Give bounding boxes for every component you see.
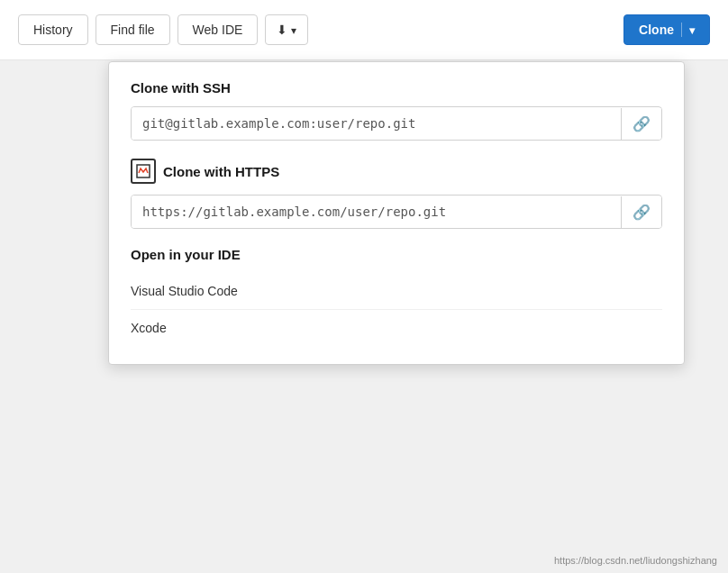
https-logo-box xyxy=(131,159,156,184)
https-copy-button[interactable]: 🔗 xyxy=(621,196,661,228)
https-input-row: 🔗 xyxy=(131,195,662,229)
clone-chevron-icon xyxy=(689,23,695,37)
web-ide-button[interactable]: Web IDE xyxy=(177,14,259,45)
https-section-header: Clone with HTTPS xyxy=(131,159,662,184)
download-button[interactable] xyxy=(265,14,308,45)
ssh-section-title: Clone with SSH xyxy=(131,80,662,96)
copy-https-icon: 🔗 xyxy=(632,204,651,221)
chevron-down-icon xyxy=(291,23,296,37)
ssh-input-row: 🔗 xyxy=(131,106,662,141)
clone-btn-divider xyxy=(681,23,682,37)
toolbar: History Find file Web IDE Clone xyxy=(0,0,728,60)
ide-section-title: Open in your IDE xyxy=(131,247,662,262)
https-section-title: Clone with HTTPS xyxy=(163,164,279,179)
watermark: https://blog.csdn.net/liudongshizhang xyxy=(554,555,717,566)
copy-ssh-icon: 🔗 xyxy=(632,115,651,132)
download-icon xyxy=(277,23,287,37)
open-ide-section: Open in your IDE Visual Studio Code Xcod… xyxy=(131,247,662,346)
clone-dropdown-panel: Clone with SSH 🔗 Clone with HTTPS 🔗 Open… xyxy=(108,61,685,365)
https-url-input[interactable] xyxy=(132,196,621,228)
find-file-button[interactable]: Find file xyxy=(96,14,170,45)
clone-button[interactable]: Clone xyxy=(623,14,710,45)
history-button[interactable]: History xyxy=(18,14,88,45)
clone-label: Clone xyxy=(639,23,674,37)
ssh-url-input[interactable] xyxy=(132,107,621,140)
ide-option-xcode[interactable]: Xcode xyxy=(131,310,662,346)
gitlab-logo-icon xyxy=(136,164,150,178)
ide-option-vscode[interactable]: Visual Studio Code xyxy=(131,273,662,310)
ssh-copy-button[interactable]: 🔗 xyxy=(621,108,661,140)
